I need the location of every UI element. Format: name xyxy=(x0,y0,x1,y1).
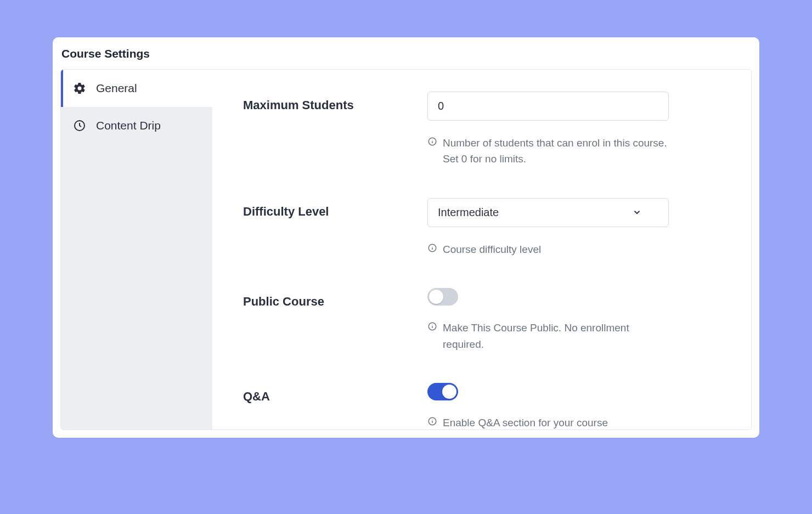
field-public-course: Public Course Make This Course Public. N… xyxy=(243,288,720,352)
panel-body: General Content Drip Maximum Students xyxy=(60,69,752,430)
difficulty-value: Intermediate xyxy=(438,206,499,219)
field-difficulty: Difficulty Level Intermediate Course dif… xyxy=(243,198,720,257)
field-max-students: Maximum Students Number of students that… xyxy=(243,92,720,167)
max-students-label: Maximum Students xyxy=(243,92,427,112)
max-students-input[interactable] xyxy=(427,92,669,121)
public-course-toggle[interactable] xyxy=(427,288,458,306)
toggle-knob xyxy=(442,385,456,399)
difficulty-hint-text: Course difficulty level xyxy=(443,241,541,257)
tab-general-label: General xyxy=(96,82,137,95)
qa-hint: Enable Q&A section for your course xyxy=(427,415,669,430)
clock-icon xyxy=(73,119,86,132)
tab-general[interactable]: General xyxy=(61,70,212,107)
max-students-hint-text: Number of students that can enrol in thi… xyxy=(443,135,669,167)
gear-icon xyxy=(73,82,86,95)
field-qa: Q&A Enable Q&A section for your course xyxy=(243,383,720,430)
svg-point-6 xyxy=(432,246,432,246)
public-course-hint-text: Make This Course Public. No enrollment r… xyxy=(443,320,669,352)
qa-hint-text: Enable Q&A section for your course xyxy=(443,415,608,430)
panel-title: Course Settings xyxy=(53,37,759,69)
settings-tabs: General Content Drip xyxy=(61,70,212,430)
max-students-hint: Number of students that can enrol in thi… xyxy=(427,135,669,167)
info-icon xyxy=(427,243,437,253)
course-settings-panel: Course Settings General Content Drip Max… xyxy=(53,37,759,438)
qa-label: Q&A xyxy=(243,383,427,404)
toggle-knob xyxy=(429,290,443,304)
svg-point-9 xyxy=(432,325,432,325)
public-course-hint: Make This Course Public. No enrollment r… xyxy=(427,320,669,352)
svg-point-3 xyxy=(432,139,432,140)
settings-content: Maximum Students Number of students that… xyxy=(212,70,751,430)
svg-point-12 xyxy=(432,420,432,420)
info-icon xyxy=(427,416,437,426)
info-icon xyxy=(427,321,437,331)
difficulty-label: Difficulty Level xyxy=(243,198,427,219)
qa-toggle[interactable] xyxy=(427,383,458,400)
difficulty-select[interactable]: Intermediate xyxy=(427,198,669,227)
tab-content-drip-label: Content Drip xyxy=(96,119,161,132)
difficulty-hint: Course difficulty level xyxy=(427,241,669,257)
tab-content-drip[interactable]: Content Drip xyxy=(61,107,212,144)
info-icon xyxy=(427,137,437,146)
public-course-label: Public Course xyxy=(243,288,427,309)
chevron-down-icon xyxy=(632,207,642,217)
